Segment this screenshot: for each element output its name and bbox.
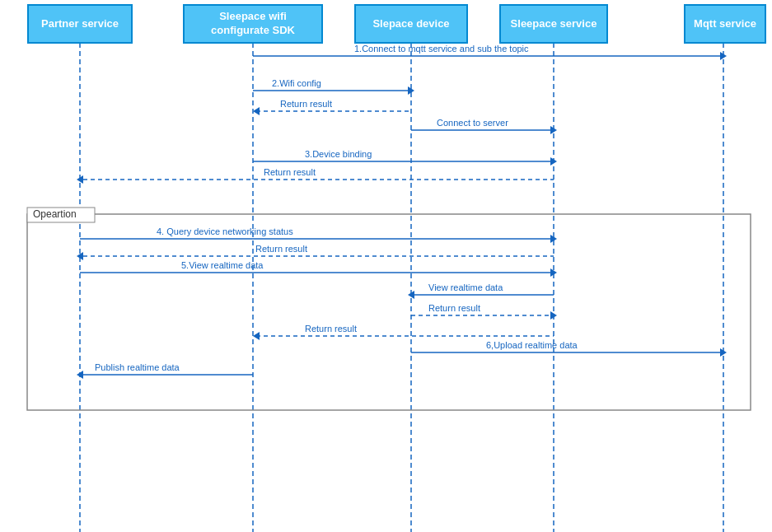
svg-text:2.Wifi config: 2.Wifi config (272, 78, 321, 88)
svg-marker-21 (550, 157, 557, 166)
svg-text:Publish realtime data: Publish realtime data (95, 362, 180, 372)
svg-marker-48 (77, 371, 83, 379)
actor-partner: Partner service (27, 4, 133, 44)
svg-text:Return result: Return result (305, 324, 357, 334)
svg-marker-27 (550, 235, 557, 243)
svg-text:Return result: Return result (264, 167, 316, 177)
svg-text:Opeartion: Opeartion (33, 208, 77, 220)
svg-text:View realtime data: View realtime data (428, 282, 503, 292)
svg-marker-12 (408, 86, 414, 95)
svg-rect-5 (27, 214, 751, 410)
svg-text:Return result: Return result (428, 303, 480, 313)
svg-marker-9 (720, 52, 727, 60)
svg-text:6,Upload realtime data: 6,Upload realtime data (486, 340, 578, 350)
svg-text:1.Connect to mqtt service and : 1.Connect to mqtt service and sub the to… (354, 44, 529, 54)
svg-text:Return result: Return result (280, 99, 332, 109)
svg-marker-39 (550, 311, 557, 320)
svg-marker-15 (253, 107, 260, 115)
svg-marker-42 (253, 332, 260, 340)
sequence-diagram-svg: Opeartion 1.Connect to mqtt service and … (0, 0, 772, 532)
diagram-container: Opeartion 1.Connect to mqtt service and … (0, 0, 772, 532)
svg-text:5.View realtime data: 5.View realtime data (181, 260, 264, 270)
svg-marker-30 (77, 252, 83, 260)
svg-marker-36 (408, 291, 414, 299)
actor-device: Slepace device (354, 4, 468, 44)
actor-sleepace: Sleepace service (499, 4, 608, 44)
svg-marker-45 (720, 348, 727, 357)
actor-mqtt: Mqtt service (684, 4, 766, 44)
svg-marker-33 (550, 268, 557, 277)
svg-text:4. Query device networking sta: 4. Query device networking status (157, 226, 293, 236)
svg-marker-24 (77, 175, 83, 184)
svg-text:3.Device binding: 3.Device binding (305, 149, 372, 159)
svg-text:Return result: Return result (255, 244, 307, 254)
svg-rect-6 (27, 208, 95, 222)
svg-text:Connect to server: Connect to server (437, 118, 508, 128)
svg-marker-18 (550, 126, 557, 134)
actor-sdk: Sleepace wifi configurate SDK (183, 4, 323, 44)
